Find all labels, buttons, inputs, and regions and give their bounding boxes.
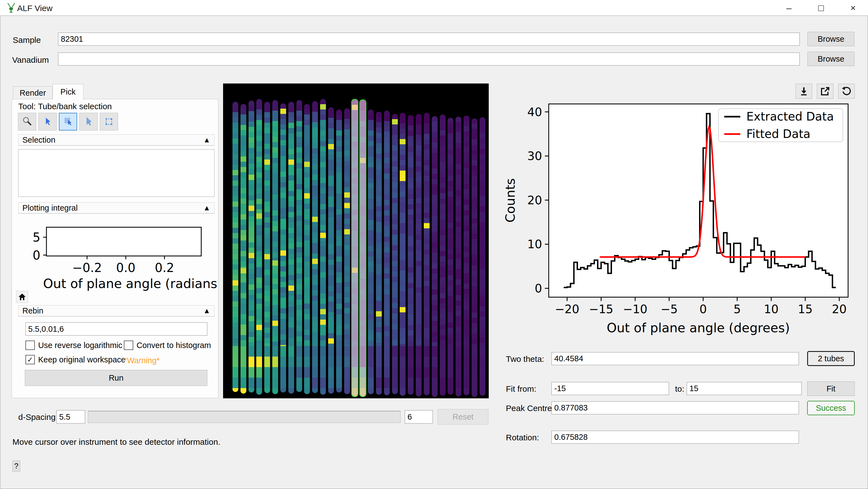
dashed-rectangle-icon bbox=[103, 116, 115, 127]
mini-plot: Out of plane angle (radians) 50−0.20.00.… bbox=[14, 216, 218, 293]
fit-to-input[interactable] bbox=[687, 382, 802, 395]
rotation-label: Rotation: bbox=[506, 433, 539, 442]
rebin-params-input[interactable] bbox=[25, 322, 207, 336]
svg-text:10: 10 bbox=[527, 238, 542, 251]
help-button[interactable]: ? bbox=[12, 461, 20, 471]
rotation-input[interactable] bbox=[552, 431, 799, 444]
tube-select-icon bbox=[62, 116, 73, 127]
fit-status-button[interactable]: Success bbox=[807, 401, 855, 415]
svg-text:0.2: 0.2 bbox=[155, 261, 174, 275]
svg-text:−5: −5 bbox=[661, 302, 678, 316]
svg-text:30: 30 bbox=[527, 149, 542, 163]
peak-centre-label: Peak Centre: bbox=[506, 404, 554, 413]
sample-label: Sample bbox=[13, 35, 41, 45]
reset-button[interactable]: Reset bbox=[438, 409, 489, 425]
rebin-section-header[interactable]: Rebin ▲ bbox=[18, 305, 215, 316]
home-icon bbox=[18, 293, 26, 301]
svg-text:−0.2: −0.2 bbox=[72, 261, 102, 275]
status-text: Move cursor over instrument to see detec… bbox=[12, 437, 220, 447]
svg-text:40: 40 bbox=[527, 105, 542, 119]
download-icon bbox=[799, 86, 809, 96]
use-reverse-logarithmic-checkbox[interactable]: Use reverse logarithmic bbox=[25, 341, 122, 350]
instrument-view[interactable] bbox=[223, 84, 489, 398]
use-reverse-logarithmic-label: Use reverse logarithmic bbox=[38, 341, 122, 350]
svg-text:0: 0 bbox=[535, 282, 542, 295]
zoom-tool-button[interactable] bbox=[18, 113, 36, 130]
checkbox-icon: ✓ bbox=[25, 355, 35, 364]
draw-rectangle-tool-button[interactable] bbox=[100, 113, 118, 130]
svg-text:0: 0 bbox=[33, 248, 40, 262]
tab-render-label: Render bbox=[20, 88, 46, 98]
whole-tube-select-tool-button[interactable] bbox=[79, 113, 98, 130]
close-button[interactable]: × bbox=[844, 1, 862, 14]
selection-list[interactable] bbox=[18, 149, 215, 197]
selection-section-label: Selection bbox=[22, 135, 55, 145]
svg-text:10: 10 bbox=[764, 302, 778, 316]
tab-render[interactable]: Render bbox=[13, 86, 53, 99]
keep-original-workspace-label: Keep original workspace bbox=[38, 355, 125, 364]
tab-pick[interactable]: Pick bbox=[53, 84, 84, 99]
legend-entry-extracted: Extracted Data bbox=[724, 110, 837, 123]
run-button[interactable]: Run bbox=[25, 370, 207, 386]
collapse-triangle-icon: ▲ bbox=[203, 204, 210, 212]
plotting-integral-section-label: Plotting integral bbox=[22, 204, 78, 213]
plot-legend: Extracted Data Fitted Data bbox=[718, 109, 843, 142]
tool-label: Tool: Tube/bank selection bbox=[18, 102, 112, 111]
magnifier-icon bbox=[22, 116, 33, 127]
collapse-triangle-icon: ▲ bbox=[203, 307, 210, 315]
fitted-data-label: Fitted Data bbox=[746, 127, 810, 141]
sample-browse-button[interactable]: Browse bbox=[807, 32, 855, 46]
external-link-icon bbox=[820, 86, 830, 96]
fitted-data-swatch bbox=[724, 133, 740, 135]
selection-section-header[interactable]: Selection ▲ bbox=[18, 134, 215, 145]
fit-to-label: to: bbox=[675, 384, 684, 394]
collapse-triangle-icon: ▲ bbox=[203, 136, 210, 144]
title-bar: ALF View – □ × bbox=[0, 0, 868, 16]
plot-ylabel: Counts bbox=[503, 178, 518, 223]
svg-text:20: 20 bbox=[832, 302, 846, 316]
plotting-integral-section-header[interactable]: Plotting integral ▲ bbox=[18, 202, 215, 213]
minimize-button[interactable]: – bbox=[780, 1, 798, 14]
save-plot-button[interactable] bbox=[796, 84, 812, 99]
tab-pick-label: Pick bbox=[61, 87, 76, 96]
svg-text:5: 5 bbox=[733, 302, 741, 316]
svg-text:−20: −20 bbox=[555, 302, 580, 316]
svg-text:0.0: 0.0 bbox=[116, 261, 135, 275]
svg-text:15: 15 bbox=[798, 302, 812, 316]
convert-to-histogram-checkbox[interactable]: Convert to histogram bbox=[124, 341, 211, 350]
app-mantid-icon bbox=[5, 2, 17, 14]
mini-plot-home-button[interactable] bbox=[16, 291, 28, 303]
d-spacing-to-input[interactable] bbox=[405, 410, 433, 424]
peak-centre-input[interactable] bbox=[552, 401, 799, 415]
fit-button[interactable]: Fit bbox=[807, 381, 855, 396]
d-spacing-slider[interactable] bbox=[88, 411, 401, 423]
checkbox-icon bbox=[25, 341, 35, 350]
cursor-icon bbox=[42, 116, 53, 127]
vanadium-input[interactable] bbox=[58, 53, 800, 65]
svg-text:0: 0 bbox=[700, 302, 707, 316]
svg-text:−15: −15 bbox=[589, 302, 613, 316]
sample-input[interactable] bbox=[58, 33, 800, 45]
tube-select-tool-button[interactable] bbox=[59, 113, 77, 130]
svg-text:20: 20 bbox=[527, 193, 542, 207]
open-external-plot-button[interactable] bbox=[817, 84, 833, 99]
keep-original-workspace-checkbox[interactable]: ✓ Keep original workspace bbox=[25, 355, 125, 364]
edit-cursor-icon bbox=[83, 116, 94, 127]
reset-view-icon bbox=[841, 86, 852, 96]
pointer-tool-button[interactable] bbox=[38, 113, 57, 130]
checkbox-icon bbox=[124, 341, 133, 350]
reset-plot-button[interactable] bbox=[838, 84, 855, 99]
extracted-data-swatch bbox=[724, 116, 740, 118]
fit-from-input[interactable] bbox=[552, 382, 669, 395]
two-theta-input[interactable] bbox=[552, 352, 799, 365]
tubes-count-button[interactable]: 2 tubes bbox=[807, 351, 855, 366]
rebin-warning-text: *Warning* bbox=[124, 356, 159, 365]
fit-from-label: Fit from: bbox=[506, 384, 536, 394]
vanadium-browse-button[interactable]: Browse bbox=[807, 52, 855, 66]
mini-plot-xlabel: Out of plane angle (radians) bbox=[43, 276, 218, 291]
svg-text:−10: −10 bbox=[623, 302, 647, 316]
window-title: ALF View bbox=[17, 4, 53, 13]
plot-xlabel: Out of plane angle (degrees) bbox=[607, 320, 790, 335]
maximize-button[interactable]: □ bbox=[812, 1, 830, 14]
d-spacing-from-input[interactable] bbox=[56, 410, 85, 424]
